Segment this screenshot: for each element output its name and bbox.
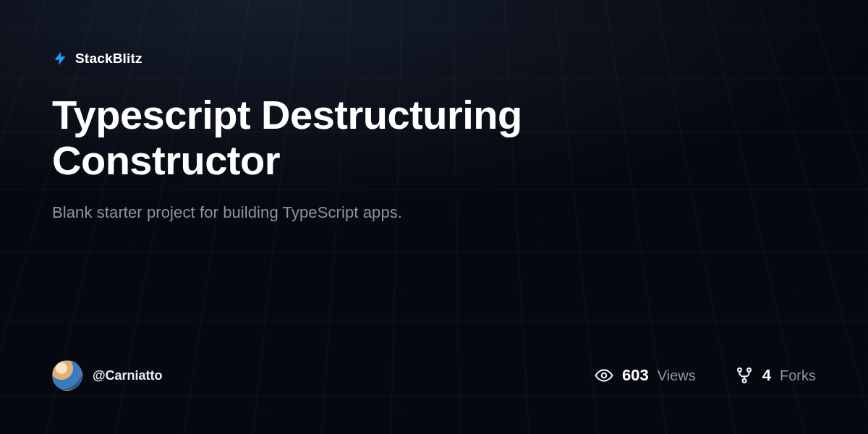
views-count: 603 <box>622 366 649 385</box>
forks-count: 4 <box>762 366 771 385</box>
footer-row: @Carniatto 603 Views 4 <box>52 360 816 434</box>
views-label: Views <box>658 367 696 384</box>
brand-row: StackBlitz <box>52 51 816 67</box>
svg-point-2 <box>747 368 751 372</box>
project-title: Typescript Destructuring Constructor <box>52 93 746 183</box>
card-container: StackBlitz Typescript Destructuring Cons… <box>0 0 868 434</box>
forks-stat: 4 Forks <box>735 366 816 385</box>
svg-point-3 <box>742 379 746 383</box>
project-description: Blank starter project for building TypeS… <box>52 203 816 222</box>
views-stat: 603 Views <box>595 366 696 385</box>
svg-point-1 <box>738 368 741 372</box>
fork-icon <box>735 366 754 385</box>
avatar[interactable] <box>52 360 82 391</box>
eye-icon <box>595 366 613 385</box>
brand-name: StackBlitz <box>75 51 142 67</box>
bolt-icon <box>52 51 68 67</box>
forks-label: Forks <box>780 367 816 384</box>
svg-point-0 <box>602 373 607 378</box>
author-handle[interactable]: @Carniatto <box>93 368 163 383</box>
